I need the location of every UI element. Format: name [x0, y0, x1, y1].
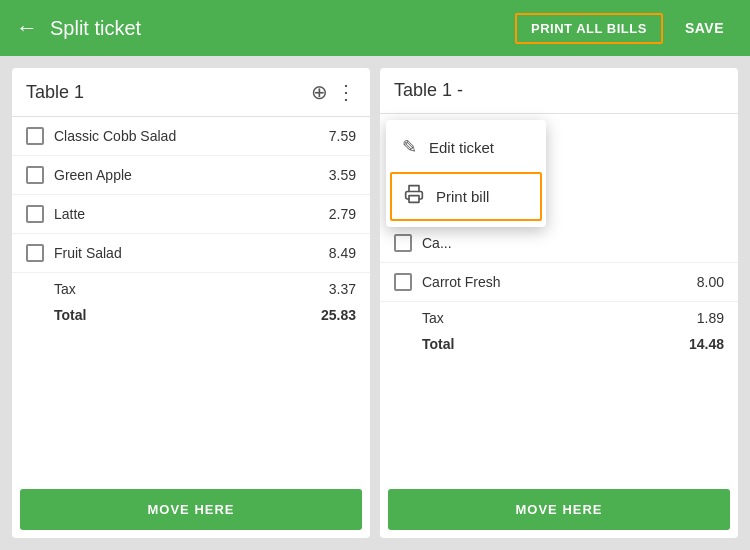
- item-checkbox[interactable]: [394, 273, 412, 291]
- item-checkbox[interactable]: [26, 205, 44, 223]
- tax-value: 3.37: [329, 281, 356, 297]
- item-name: Latte: [54, 206, 319, 222]
- table-row: Ca...: [380, 224, 738, 263]
- table1-menu-icon[interactable]: ⋮: [336, 80, 356, 104]
- item-price: 3.59: [329, 167, 356, 183]
- context-dropdown-menu: ✎ Edit ticket Print bill: [386, 120, 546, 227]
- print-all-bills-button[interactable]: PRINT ALL BILLS: [515, 13, 663, 44]
- table1-title: Table 1: [26, 82, 303, 103]
- total-label: Total: [422, 336, 454, 352]
- print-icon: [404, 184, 424, 209]
- tax-value: 1.89: [697, 310, 724, 326]
- item-checkbox[interactable]: [394, 234, 412, 252]
- svg-rect-0: [409, 196, 419, 203]
- page-title: Split ticket: [50, 17, 503, 40]
- app-header: ← Split ticket PRINT ALL BILLS SAVE: [0, 0, 750, 56]
- item-name: Fruit Salad: [54, 245, 319, 261]
- back-button[interactable]: ←: [16, 15, 38, 41]
- item-price: 7.59: [329, 128, 356, 144]
- print-bill-label: Print bill: [436, 188, 489, 205]
- table1-header: Table 1 ⊕ ⋮: [12, 68, 370, 117]
- table2-panel: Table 1 - ✎ Edit ticket Print bill: [380, 68, 738, 538]
- table-row: Classic Cobb Salad 7.59: [12, 117, 370, 156]
- table2-move-here-button[interactable]: MOVE HERE: [388, 489, 730, 530]
- tax-row: Tax 3.37: [12, 273, 370, 301]
- item-name: Ca...: [422, 235, 714, 251]
- item-checkbox[interactable]: [26, 166, 44, 184]
- tax-label: Tax: [422, 310, 444, 326]
- item-checkbox[interactable]: [26, 244, 44, 262]
- save-button[interactable]: SAVE: [675, 14, 734, 42]
- add-item-icon[interactable]: ⊕: [311, 80, 328, 104]
- total-label: Total: [54, 307, 86, 323]
- item-checkbox[interactable]: [26, 127, 44, 145]
- table2-items-list: Ca... Carrot Fresh 8.00 Tax 1.89 Total 1…: [380, 224, 738, 481]
- item-price: 8.00: [697, 274, 724, 290]
- total-value: 14.48: [689, 336, 724, 352]
- table-row: Latte 2.79: [12, 195, 370, 234]
- edit-icon: ✎: [402, 136, 417, 158]
- table2-title: Table 1 -: [394, 80, 724, 101]
- table-row: Green Apple 3.59: [12, 156, 370, 195]
- total-row: Total 14.48: [380, 330, 738, 362]
- table-row: Fruit Salad 8.49: [12, 234, 370, 273]
- table-row: Carrot Fresh 8.00: [380, 263, 738, 302]
- main-content: Table 1 ⊕ ⋮ Classic Cobb Salad 7.59 Gree…: [0, 56, 750, 550]
- table2-header: Table 1 -: [380, 68, 738, 114]
- item-name: Classic Cobb Salad: [54, 128, 319, 144]
- total-row: Total 25.83: [12, 301, 370, 333]
- edit-ticket-label: Edit ticket: [429, 139, 494, 156]
- item-name: Carrot Fresh: [422, 274, 687, 290]
- print-bill-menu-item[interactable]: Print bill: [390, 172, 542, 221]
- table1-panel: Table 1 ⊕ ⋮ Classic Cobb Salad 7.59 Gree…: [12, 68, 370, 538]
- table1-move-here-button[interactable]: MOVE HERE: [20, 489, 362, 530]
- tax-row: Tax 1.89: [380, 302, 738, 330]
- item-price: 8.49: [329, 245, 356, 261]
- total-value: 25.83: [321, 307, 356, 323]
- item-name: Green Apple: [54, 167, 319, 183]
- tax-label: Tax: [54, 281, 76, 297]
- table1-items-list: Classic Cobb Salad 7.59 Green Apple 3.59…: [12, 117, 370, 481]
- item-price: 2.79: [329, 206, 356, 222]
- edit-ticket-menu-item[interactable]: ✎ Edit ticket: [386, 124, 546, 170]
